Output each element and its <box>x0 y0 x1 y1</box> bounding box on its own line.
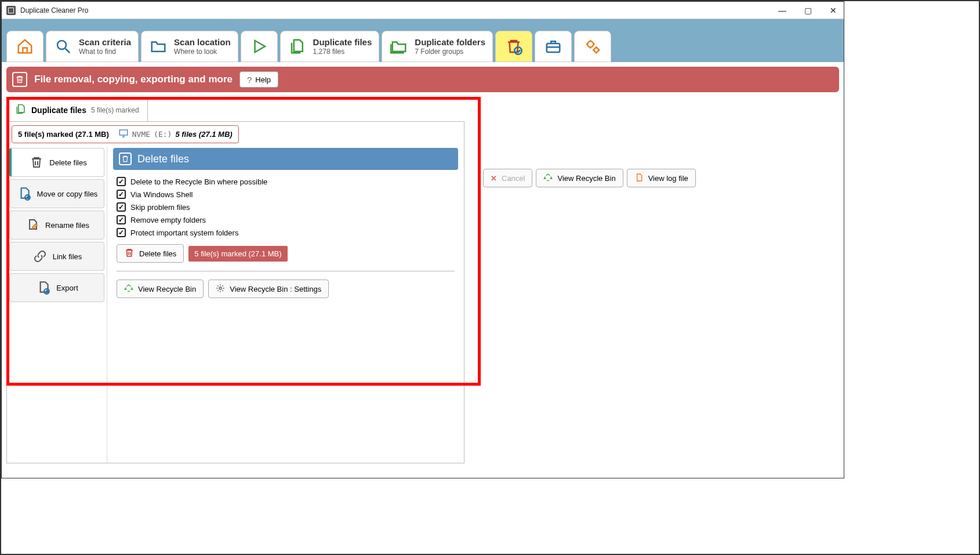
check-recycle-bin[interactable]: ✓Delete to the Recycle Bin where possibl… <box>117 177 455 186</box>
close-icon: ✕ <box>491 174 497 183</box>
check-remove-empty[interactable]: ✓Remove empty folders <box>117 215 455 224</box>
files-icon <box>288 37 307 56</box>
view-recycle-bin-button-right[interactable]: View Recycle Bin <box>536 169 623 187</box>
help-icon: ? <box>247 75 252 85</box>
file-icon <box>634 173 644 184</box>
gears-icon <box>583 37 602 56</box>
side-link-files[interactable]: Link files <box>9 242 104 271</box>
scan-now-button[interactable] <box>241 31 278 62</box>
trash-arrow-icon <box>504 37 524 56</box>
help-label: Help <box>255 75 271 84</box>
minimize-button[interactable]: — <box>776 6 788 15</box>
file-arrow-icon <box>16 186 32 202</box>
check-label: Remove empty folders <box>130 216 206 224</box>
duplicate-folders-button[interactable]: Duplicate folders 7 Folder groups <box>382 31 493 62</box>
side-move-files[interactable]: Move or copy files <box>9 179 104 208</box>
duplicate-files-button[interactable]: Duplicate files 1,278 files <box>280 31 380 62</box>
drive-info[interactable]: NVME (E:) 5 files (27.1 MB) <box>118 128 233 140</box>
side-export[interactable]: Export <box>9 273 104 302</box>
side-delete-files[interactable]: Delete files <box>9 148 104 177</box>
files-small-icon <box>15 103 27 117</box>
view-log-file-button[interactable]: View log file <box>627 169 696 187</box>
titlebar: Duplicate Cleaner Pro — ▢ ✕ <box>2 2 844 19</box>
svg-rect-5 <box>119 130 128 135</box>
home-button[interactable] <box>6 31 43 62</box>
svg-point-4 <box>594 48 599 53</box>
file-download-icon <box>35 280 52 296</box>
view-log-label: View log file <box>648 174 688 183</box>
folders-icon <box>389 37 409 56</box>
view-bin-label-right: View Recycle Bin <box>557 174 615 183</box>
dup-files-title: Duplicate files <box>313 37 372 48</box>
svg-point-8 <box>219 287 222 289</box>
check-label: Delete to the Recycle Bin where possible <box>130 177 267 186</box>
dup-files-sub: 1,278 files <box>313 48 372 56</box>
close-button[interactable]: ✕ <box>827 6 839 15</box>
view-bin-settings-label: View Recycle Bin : Settings <box>230 285 321 293</box>
scan-location-button[interactable]: Scan location Where to look <box>141 31 238 62</box>
scan-criteria-sub: What to find <box>79 48 131 56</box>
briefcase-icon <box>543 37 563 56</box>
check-windows-shell[interactable]: ✓Via Windows Shell <box>117 190 455 199</box>
marked-summary-bar: 5 file(s) marked (27.1 MB) NVME (E:) 5 f… <box>12 125 239 143</box>
svg-point-0 <box>57 41 66 49</box>
recycle-icon <box>124 284 133 295</box>
trash-icon <box>119 153 132 165</box>
check-label: Via Windows Shell <box>130 190 193 199</box>
main-toolbar: Scan criteria What to find Scan location… <box>2 19 844 62</box>
panel-title: Delete files <box>137 153 189 165</box>
link-icon <box>32 248 48 264</box>
side-label: Delete files <box>49 158 86 167</box>
marked-badge: 5 file(s) marked (27.1 MB) <box>188 246 287 262</box>
tab-sub: 5 file(s) marked <box>91 106 139 114</box>
check-skip-problem[interactable]: ✓Skip problem files <box>117 202 455 212</box>
side-rename-files[interactable]: Rename files <box>9 211 104 240</box>
dup-folders-sub: 7 Folder groups <box>415 48 485 56</box>
removal-button[interactable] <box>495 31 532 62</box>
drive-files: 5 files (27.1 MB) <box>175 130 232 139</box>
panel-header: Delete files <box>113 148 458 170</box>
maximize-button[interactable]: ▢ <box>802 6 814 15</box>
scan-location-title: Scan location <box>174 37 231 48</box>
scan-criteria-button[interactable]: Scan criteria What to find <box>46 31 139 62</box>
home-icon <box>15 37 35 56</box>
trash-icon <box>12 72 27 87</box>
section-title: File removal, copying, exporting and mor… <box>34 74 233 85</box>
check-label: Skip problem files <box>130 203 190 212</box>
drive-label: NVME <box>132 130 150 139</box>
search-icon <box>53 37 73 56</box>
folder-icon <box>148 37 168 56</box>
side-label: Link files <box>53 252 82 261</box>
svg-point-3 <box>587 41 593 47</box>
side-label: Export <box>56 284 78 292</box>
settings-button[interactable] <box>574 31 611 62</box>
trash-icon <box>124 248 135 260</box>
scan-criteria-title: Scan criteria <box>79 37 131 48</box>
action-side-nav: Delete files Move or copy files Rename f… <box>7 147 107 463</box>
app-icon <box>6 6 16 15</box>
file-edit-icon <box>24 217 41 233</box>
view-recycle-bin-button[interactable]: View Recycle Bin <box>117 280 204 298</box>
delete-files-label: Delete files <box>139 249 176 258</box>
recycle-icon <box>543 173 553 184</box>
dup-folders-title: Duplicate folders <box>415 37 485 48</box>
trash-icon <box>28 154 45 171</box>
cancel-label: Cancel <box>502 174 525 183</box>
toolbox-button[interactable] <box>535 31 572 62</box>
scan-location-sub: Where to look <box>174 48 231 56</box>
side-label: Move or copy files <box>37 190 98 198</box>
view-bin-label: View Recycle Bin <box>138 285 196 293</box>
side-label: Rename files <box>45 221 89 230</box>
view-recycle-bin-settings-button[interactable]: View Recycle Bin : Settings <box>208 280 329 298</box>
delete-files-button[interactable]: Delete files <box>117 244 184 263</box>
monitor-icon <box>118 128 129 140</box>
gear-icon <box>216 284 225 295</box>
marked-summary: 5 file(s) marked (27.1 MB) <box>18 130 109 139</box>
tab-duplicate-files[interactable]: Duplicate files 5 file(s) marked <box>6 97 148 121</box>
help-button[interactable]: ? Help <box>239 71 278 88</box>
separator <box>117 271 455 271</box>
cancel-button[interactable]: ✕ Cancel <box>483 169 532 187</box>
check-label: Protect important system folders <box>130 228 238 237</box>
app-title: Duplicate Cleaner Pro <box>20 6 88 14</box>
check-protect-system[interactable]: ✓Protect important system folders <box>117 228 455 237</box>
